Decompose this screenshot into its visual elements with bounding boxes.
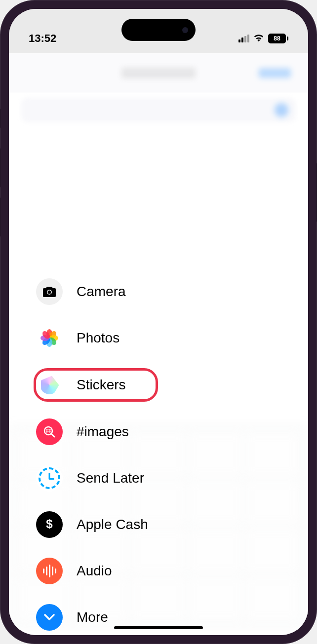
iphone-frame: 13:52 88 [0,0,317,644]
blurred-nav-header [9,53,308,93]
menu-label: #images [77,424,129,440]
audio-waveform-icon [36,558,63,584]
menu-item-photos[interactable]: Photos [36,322,158,354]
battery-level: 88 [268,34,286,43]
chevron-down-icon [36,604,63,631]
dynamic-island [121,19,196,41]
menu-label: More [77,609,108,625]
menu-label: Send Later [77,470,144,486]
svg-point-1 [48,291,51,294]
menu-item-send-later[interactable]: Send Later [36,462,158,494]
menu-label: Audio [77,563,112,579]
dollar-icon: $ [36,511,63,538]
menu-item-camera[interactable]: Camera [36,275,158,308]
svg-line-3 [51,434,54,437]
menu-label: Apple Cash [77,517,148,532]
photos-icon [36,325,63,351]
camera-icon [36,278,63,305]
home-indicator[interactable] [114,626,203,629]
menu-item-apple-cash[interactable]: $ Apple Cash [36,508,158,541]
menu-label: Photos [77,330,119,346]
menu-item-stickers[interactable]: Stickers [34,368,158,402]
content-area: Camera [9,127,308,630]
clock-dashed-icon [36,465,63,492]
wifi-icon [253,32,264,45]
silence-switch[interactable] [0,109,0,128]
volume-up-button[interactable] [0,148,0,188]
volume-down-button[interactable] [0,197,0,237]
screen: 13:52 88 [9,9,308,635]
svg-text:$: $ [46,518,53,530]
battery-indicator: 88 [268,34,288,43]
menu-item-images[interactable]: #images [36,416,158,448]
menu-label: Stickers [77,377,126,393]
cellular-signal-icon [238,35,249,42]
menu-item-audio[interactable]: Audio [36,555,158,587]
menu-label: Camera [77,284,126,300]
blurred-recipient-field [21,98,296,122]
stickers-icon [36,372,63,398]
hash-images-icon [36,418,63,445]
imessage-app-menu: Camera [36,275,158,634]
status-time: 13:52 [29,32,56,45]
